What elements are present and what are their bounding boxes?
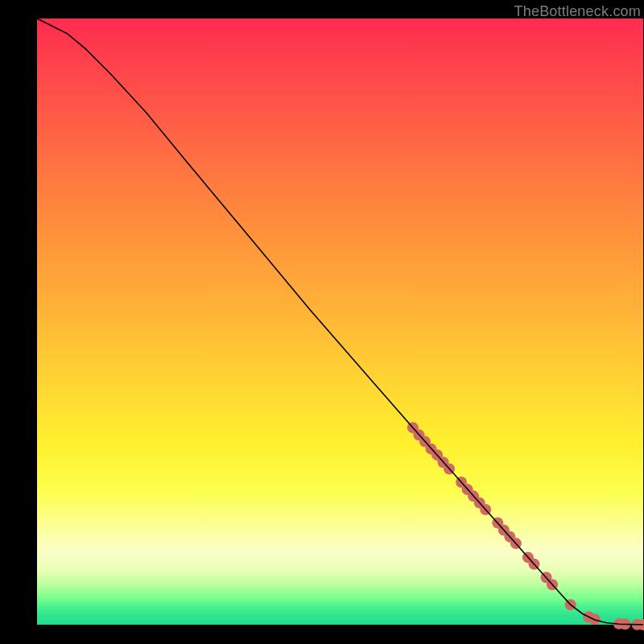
plot-area (37, 19, 643, 625)
highlight-dots-layer (407, 422, 644, 630)
chart-frame: TheBottleneck.com (0, 0, 644, 644)
main-curve (37, 19, 643, 625)
watermark-text: TheBottleneck.com (514, 3, 641, 20)
chart-svg (37, 19, 643, 625)
